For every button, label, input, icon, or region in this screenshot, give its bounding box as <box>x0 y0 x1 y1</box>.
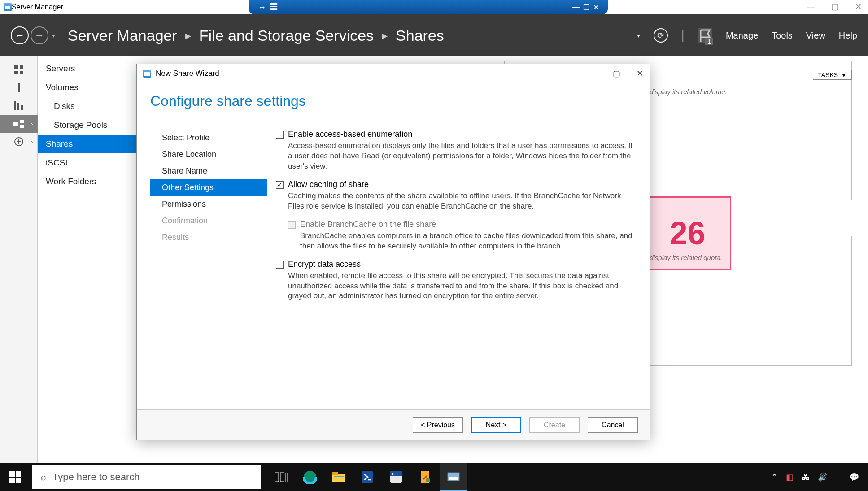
next-button[interactable]: Next > <box>471 417 521 433</box>
svg-rect-20 <box>334 476 344 477</box>
signal-icon: 𝍤 <box>270 2 278 13</box>
svg-rect-13 <box>280 473 284 482</box>
chevron-right-icon: ▹ <box>31 139 33 145</box>
tray-status-icon[interactable]: ◧ <box>786 472 794 482</box>
app-header: ← → ▾ Server Manager ▸ File and Storage … <box>0 14 868 56</box>
menu-view[interactable]: View <box>806 30 825 41</box>
notification-count: 1 <box>705 38 713 45</box>
search-placeholder: Type here to search <box>52 471 140 483</box>
separator: | <box>681 28 685 43</box>
allow-caching-desc: Caching makes the contents of the share … <box>288 191 636 212</box>
maximize-button[interactable]: ▢ <box>831 2 839 12</box>
annotation-callout: 26 <box>644 196 731 270</box>
inner-session-tab: ↔ 𝍤 — ❐ ✕ <box>249 0 608 14</box>
remote-access-icon[interactable]: ▹ <box>0 133 38 151</box>
enable-branchcache-checkbox <box>288 221 296 229</box>
edge-icon[interactable] <box>296 463 324 491</box>
cancel-button[interactable]: Cancel <box>588 417 638 433</box>
step-share-name[interactable]: Share Name <box>150 163 267 179</box>
history-dropdown-icon[interactable]: ▾ <box>52 32 55 39</box>
sidebar-item-disks[interactable]: Disks <box>38 97 136 116</box>
step-results: Results <box>150 229 267 246</box>
allow-caching-checkbox[interactable]: ✓ <box>276 181 284 189</box>
dialog-footer: < Previous Next > Create Cancel <box>137 409 650 440</box>
svg-rect-3 <box>20 71 23 74</box>
chevron-down-icon: ▼ <box>841 71 847 78</box>
start-button[interactable] <box>0 463 31 491</box>
session-close-button[interactable]: ✕ <box>593 3 599 12</box>
session-minimize-button[interactable]: — <box>572 3 580 11</box>
nav-sidebar: Servers Volumes Disks Storage Pools Shar… <box>38 56 136 463</box>
dashboard-icon[interactable] <box>0 61 38 79</box>
tray-up-icon[interactable]: ⌃ <box>771 472 778 482</box>
crumb-section[interactable]: File and Storage Services <box>199 27 374 44</box>
server-manager-icon <box>4 3 12 11</box>
menu-help[interactable]: Help <box>839 30 857 41</box>
svg-rect-2 <box>14 71 18 74</box>
allow-caching-label: Allow caching of share <box>288 180 369 189</box>
refresh-button[interactable]: ⟳ <box>654 28 668 43</box>
chevron-right-icon: ▸ <box>185 29 191 43</box>
sidebar-item-work-folders[interactable]: Work Folders <box>38 172 136 191</box>
powershell-icon[interactable] <box>353 463 381 491</box>
encrypt-data-desc: When enabled, remote file access to this… <box>288 271 636 302</box>
icon-rail: ▹ ▹ <box>0 56 38 463</box>
back-button[interactable]: ← <box>11 26 29 44</box>
header-dropdown-icon[interactable]: ▾ <box>637 32 640 39</box>
encrypt-data-checkbox[interactable] <box>276 261 284 269</box>
menu-tools[interactable]: Tools <box>772 30 793 41</box>
task-view-icon[interactable] <box>267 463 295 491</box>
sidebar-item-storage-pools[interactable]: Storage Pools <box>38 116 136 135</box>
sidebar-item-shares[interactable]: Shares <box>38 135 136 153</box>
step-permissions[interactable]: Permissions <box>150 196 267 213</box>
crumb-page[interactable]: Shares <box>396 27 444 44</box>
action-center-icon[interactable]: 💬 <box>849 472 859 482</box>
local-server-icon[interactable] <box>0 79 38 97</box>
step-share-location[interactable]: Share Location <box>150 146 267 163</box>
enable-branchcache-desc: BranchCache enables computers in a branc… <box>300 231 636 252</box>
server-manager-taskbar-icon[interactable] <box>440 463 467 491</box>
svg-rect-12 <box>275 473 279 482</box>
nav-buttons: ← → ▾ <box>11 26 55 44</box>
powershell-ise-icon[interactable] <box>382 463 410 491</box>
sidebar-item-volumes[interactable]: Volumes <box>38 78 136 97</box>
dialog-close-button[interactable]: ✕ <box>637 69 643 78</box>
move-icon: ↔ <box>258 3 266 12</box>
step-select-profile[interactable]: Select Profile <box>150 130 267 146</box>
file-explorer-icon[interactable] <box>325 463 353 491</box>
sidebar-item-servers[interactable]: Servers <box>38 59 136 78</box>
previous-button[interactable]: < Previous <box>413 417 463 433</box>
step-other-settings[interactable]: Other Settings <box>150 179 267 196</box>
system-tray: ⌃ ◧ 🖧 🔊 💬 <box>771 472 868 482</box>
enable-branchcache-label: Enable BranchCache on the file share <box>300 220 436 229</box>
minimize-button[interactable]: — <box>807 2 815 12</box>
svg-rect-1 <box>20 65 23 69</box>
session-restore-button[interactable]: ❐ <box>583 3 589 12</box>
dialog-titlebar[interactable]: New Share Wizard — ▢ ✕ <box>137 64 650 83</box>
admin-tools-icon[interactable] <box>411 463 439 491</box>
svg-rect-7 <box>21 105 23 110</box>
chevron-right-icon: ▹ <box>31 121 33 127</box>
wizard-steps: Select Profile Share Location Share Name… <box>150 93 267 409</box>
close-button[interactable]: ✕ <box>855 2 862 12</box>
windows-logo-icon <box>9 471 21 483</box>
tasks-dropdown[interactable]: TASKS ▼ <box>813 70 852 80</box>
annotation-number: 26 <box>669 215 705 252</box>
enable-abe-checkbox[interactable] <box>276 131 284 139</box>
enable-abe-label: Enable access-based enumeration <box>288 130 412 139</box>
sidebar-item-iscsi[interactable]: iSCSI <box>38 153 136 172</box>
svg-rect-23 <box>390 471 402 476</box>
menu-manage[interactable]: Manage <box>726 30 758 41</box>
dialog-maximize-button[interactable]: ▢ <box>613 69 620 78</box>
outer-window-title: Server Manager <box>12 3 63 11</box>
crumb-root[interactable]: Server Manager <box>68 27 177 44</box>
file-services-icon[interactable]: ▹ <box>0 115 38 133</box>
notifications-flag-icon[interactable]: 1 <box>698 28 712 43</box>
volume-icon[interactable]: 🔊 <box>818 472 828 482</box>
taskbar-search[interactable]: ⌕ Type here to search <box>32 465 261 489</box>
encrypt-data-label: Encrypt data access <box>288 260 361 269</box>
dialog-minimize-button[interactable]: — <box>589 69 597 78</box>
svg-rect-0 <box>14 65 18 69</box>
network-icon[interactable]: 🖧 <box>802 473 810 482</box>
all-servers-icon[interactable] <box>0 97 38 115</box>
